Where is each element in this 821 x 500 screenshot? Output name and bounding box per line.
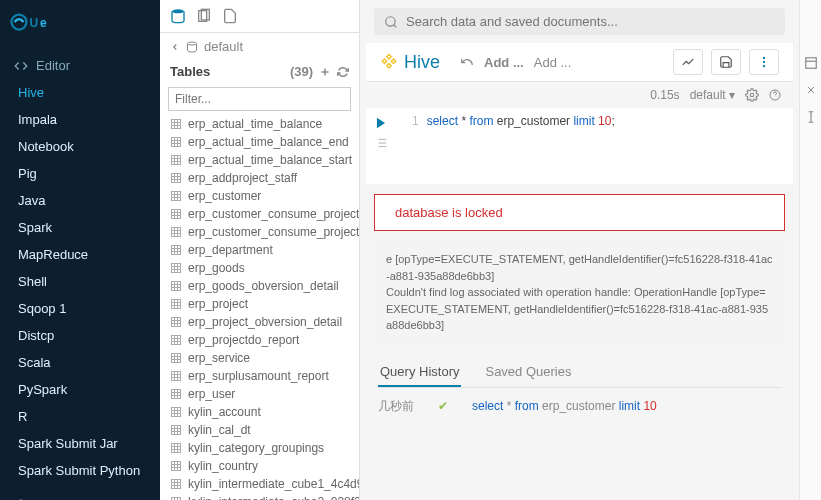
table-item[interactable]: erp_project xyxy=(160,295,359,313)
svg-line-128 xyxy=(394,24,397,27)
play-icon[interactable] xyxy=(374,116,388,130)
function-icon[interactable] xyxy=(804,110,818,124)
svg-rect-87 xyxy=(172,390,181,399)
table-item[interactable]: kylin_category_groupings xyxy=(160,439,359,457)
result-tabs: Query History Saved Queries xyxy=(378,358,781,388)
table-item[interactable]: kylin_country xyxy=(160,457,359,475)
gear-icon[interactable] xyxy=(745,88,759,102)
nav-item-spark-submit-jar[interactable]: Spark Submit Jar xyxy=(0,430,160,457)
svg-rect-112 xyxy=(172,480,181,489)
nav-item-mapreduce[interactable]: MapReduce xyxy=(0,241,160,268)
table-item[interactable]: kylin_cal_dt xyxy=(160,421,359,439)
svg-marker-134 xyxy=(377,118,385,129)
svg-point-9 xyxy=(188,42,197,45)
editor-section-header[interactable]: Editor xyxy=(0,52,160,79)
hue-logo-icon: U e xyxy=(10,10,70,34)
log-output: e [opType=EXECUTE_STATEMENT, getHandleId… xyxy=(374,241,785,344)
svg-rect-102 xyxy=(172,444,181,453)
table-item[interactable]: erp_addproject_staff xyxy=(160,169,359,187)
nav-item-r[interactable]: R xyxy=(0,403,160,430)
global-search-input[interactable] xyxy=(406,14,775,29)
left-nav: U e Editor HiveImpalaNotebookPigJavaSpar… xyxy=(0,0,160,500)
save-button[interactable] xyxy=(711,49,741,75)
table-item[interactable]: kylin_intermediate_cube2_038f2566_92a7_4… xyxy=(160,493,359,500)
table-item[interactable]: erp_actual_time_balance xyxy=(160,115,359,133)
run-controls xyxy=(366,108,396,184)
refresh-icon[interactable] xyxy=(337,66,349,78)
table-item[interactable]: erp_goods xyxy=(160,259,359,277)
files-icon[interactable] xyxy=(196,8,212,24)
more-button[interactable] xyxy=(749,49,779,75)
table-item[interactable]: erp_actual_time_balance_end xyxy=(160,133,359,151)
table-item[interactable]: erp_user xyxy=(160,385,359,403)
table-filter-input[interactable] xyxy=(168,87,351,111)
add-menu-button[interactable]: Add ... xyxy=(484,55,524,70)
svg-rect-107 xyxy=(172,462,181,471)
tab-saved-queries[interactable]: Saved Queries xyxy=(483,358,573,387)
table-list[interactable]: erp_actual_time_balanceerp_actual_time_b… xyxy=(160,115,359,500)
svg-rect-22 xyxy=(172,156,181,165)
svg-rect-77 xyxy=(172,354,181,363)
nav-item-spark[interactable]: Spark xyxy=(0,214,160,241)
sql-editor[interactable]: 1 select * from erp_customer limit 10; xyxy=(402,108,787,184)
search-icon xyxy=(384,15,398,29)
timing-database[interactable]: default ▾ xyxy=(690,88,735,102)
nav-item-shell[interactable]: Shell xyxy=(0,268,160,295)
help-circle-icon[interactable] xyxy=(769,89,781,101)
table-item[interactable]: kylin_account xyxy=(160,403,359,421)
table-item[interactable]: erp_service xyxy=(160,349,359,367)
global-search[interactable] xyxy=(374,8,785,35)
nav-item-pig[interactable]: Pig xyxy=(0,160,160,187)
tab-query-history[interactable]: Query History xyxy=(378,358,461,387)
nav-item-sqoop-1[interactable]: Sqoop 1 xyxy=(0,295,160,322)
svg-text:e: e xyxy=(40,16,47,30)
close-icon[interactable] xyxy=(805,84,817,96)
assist-toolbar xyxy=(160,0,359,33)
logo[interactable]: U e xyxy=(0,0,160,44)
more-vertical-icon xyxy=(757,55,771,69)
nav-item-spark-submit-python[interactable]: Spark Submit Python xyxy=(0,457,160,484)
table-item[interactable]: erp_projectdo_report xyxy=(160,331,359,349)
table-item[interactable]: erp_project_obversion_detail xyxy=(160,313,359,331)
nav-item-distcp[interactable]: Distcp xyxy=(0,322,160,349)
nav-item-pyspark[interactable]: PySpark xyxy=(0,376,160,403)
table-item[interactable]: erp_surplusamount_report xyxy=(160,367,359,385)
table-item[interactable]: erp_department xyxy=(160,241,359,259)
save-icon xyxy=(719,55,733,69)
list-icon[interactable] xyxy=(374,136,388,150)
nav-item-java[interactable]: Java xyxy=(0,187,160,214)
error-message: database is locked xyxy=(374,194,785,231)
table-item[interactable]: erp_customer xyxy=(160,187,359,205)
nav-item-notebook[interactable]: Notebook xyxy=(0,133,160,160)
layout-icon[interactable] xyxy=(804,56,818,70)
nav-item-scala[interactable]: Scala xyxy=(0,349,160,376)
history-row[interactable]: 几秒前 ✔ select * from erp_customer limit 1… xyxy=(360,388,799,425)
tables-header: Tables (39) xyxy=(160,60,359,83)
svg-rect-92 xyxy=(172,408,181,417)
table-item[interactable]: erp_goods_obversion_detail xyxy=(160,277,359,295)
svg-rect-67 xyxy=(172,318,181,327)
table-item[interactable]: erp_customer_consume_projects_serviceinf… xyxy=(160,223,359,241)
svg-rect-42 xyxy=(172,228,181,237)
svg-rect-27 xyxy=(172,174,181,183)
right-side-icons xyxy=(799,0,821,500)
table-item[interactable]: erp_customer_consume_projects xyxy=(160,205,359,223)
table-item[interactable]: erp_actual_time_balance_start xyxy=(160,151,359,169)
docs-icon[interactable] xyxy=(222,8,238,24)
help-link[interactable]: Help xyxy=(0,492,160,500)
nav-item-hive[interactable]: Hive xyxy=(0,79,160,106)
plus-icon[interactable] xyxy=(319,66,331,78)
database-icon[interactable] xyxy=(170,8,186,24)
database-small-icon xyxy=(186,41,198,53)
chart-icon xyxy=(681,55,695,69)
svg-rect-12 xyxy=(172,120,181,129)
svg-point-130 xyxy=(763,61,765,63)
check-icon: ✔ xyxy=(438,399,448,413)
undo-icon[interactable] xyxy=(460,55,474,69)
chart-button[interactable] xyxy=(673,49,703,75)
add-button[interactable]: Add ... xyxy=(534,55,572,70)
table-item[interactable]: kylin_intermediate_cube1_4c4d9032_7199_4… xyxy=(160,475,359,493)
nav-item-impala[interactable]: Impala xyxy=(0,106,160,133)
database-selector[interactable]: default xyxy=(160,33,359,60)
svg-rect-32 xyxy=(172,192,181,201)
